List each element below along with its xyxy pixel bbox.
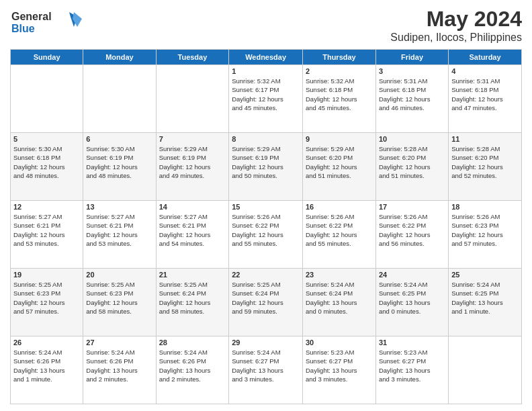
- day-info: Sunrise: 5:24 AM Sunset: 6:24 PM Dayligh…: [306, 280, 373, 316]
- calendar-cell: 31Sunrise: 5:23 AM Sunset: 6:27 PM Dayli…: [375, 336, 448, 404]
- day-info: Sunrise: 5:30 AM Sunset: 6:19 PM Dayligh…: [86, 144, 152, 180]
- day-number: 10: [379, 135, 445, 143]
- calendar-cell: 20Sunrise: 5:25 AM Sunset: 6:23 PM Dayli…: [83, 269, 156, 336]
- calendar-cell: 7Sunrise: 5:29 AM Sunset: 6:19 PM Daylig…: [156, 133, 229, 201]
- day-number: 4: [451, 67, 519, 75]
- day-info: Sunrise: 5:24 AM Sunset: 6:26 PM Dayligh…: [13, 348, 80, 383]
- calendar-cell: 27Sunrise: 5:24 AM Sunset: 6:26 PM Dayli…: [83, 336, 156, 404]
- svg-text:Blue: Blue: [11, 23, 35, 34]
- day-info: Sunrise: 5:23 AM Sunset: 6:27 PM Dayligh…: [379, 348, 445, 383]
- day-info: Sunrise: 5:28 AM Sunset: 6:20 PM Dayligh…: [451, 144, 519, 180]
- day-number: 2: [306, 67, 373, 75]
- week-row-4: 19Sunrise: 5:25 AM Sunset: 6:23 PM Dayli…: [11, 269, 522, 336]
- day-number: 26: [13, 338, 80, 347]
- svg-text:General: General: [11, 11, 52, 22]
- day-info: Sunrise: 5:26 AM Sunset: 6:23 PM Dayligh…: [451, 212, 519, 248]
- day-info: Sunrise: 5:26 AM Sunset: 6:22 PM Dayligh…: [379, 212, 445, 248]
- day-number: 17: [379, 203, 445, 211]
- day-number: 22: [232, 271, 300, 279]
- calendar-cell: 29Sunrise: 5:24 AM Sunset: 6:27 PM Dayli…: [229, 336, 303, 404]
- subtitle: Sudipen, Ilocos, Philippines: [390, 32, 522, 44]
- day-number: 20: [86, 271, 152, 279]
- day-number: 5: [13, 135, 80, 143]
- header-cell-tuesday: Tuesday: [156, 50, 229, 65]
- calendar-cell: 12Sunrise: 5:27 AM Sunset: 6:21 PM Dayli…: [11, 201, 83, 269]
- calendar-cell: 3Sunrise: 5:31 AM Sunset: 6:18 PM Daylig…: [375, 65, 448, 133]
- day-info: Sunrise: 5:31 AM Sunset: 6:18 PM Dayligh…: [451, 77, 519, 112]
- calendar-cell: 18Sunrise: 5:26 AM Sunset: 6:23 PM Dayli…: [449, 201, 522, 269]
- day-number: 27: [86, 338, 152, 347]
- day-number: 11: [451, 135, 519, 143]
- calendar-cell: 26Sunrise: 5:24 AM Sunset: 6:26 PM Dayli…: [11, 336, 83, 404]
- day-info: Sunrise: 5:24 AM Sunset: 6:27 PM Dayligh…: [232, 348, 300, 383]
- header: General Blue May 2024 Sudipen, Ilocos, P…: [10, 7, 522, 44]
- day-number: 21: [159, 271, 226, 279]
- day-number: 8: [232, 135, 300, 143]
- day-info: Sunrise: 5:28 AM Sunset: 6:20 PM Dayligh…: [379, 144, 445, 180]
- calendar-cell: 11Sunrise: 5:28 AM Sunset: 6:20 PM Dayli…: [449, 133, 522, 201]
- calendar-cell: 17Sunrise: 5:26 AM Sunset: 6:22 PM Dayli…: [375, 201, 448, 269]
- calendar-cell: 21Sunrise: 5:25 AM Sunset: 6:24 PM Dayli…: [156, 269, 229, 336]
- day-info: Sunrise: 5:25 AM Sunset: 6:24 PM Dayligh…: [159, 280, 226, 316]
- day-info: Sunrise: 5:31 AM Sunset: 6:18 PM Dayligh…: [379, 77, 445, 112]
- header-cell-monday: Monday: [83, 50, 156, 65]
- day-info: Sunrise: 5:25 AM Sunset: 6:23 PM Dayligh…: [86, 280, 152, 316]
- calendar-cell: 4Sunrise: 5:31 AM Sunset: 6:18 PM Daylig…: [449, 65, 522, 133]
- page: General Blue May 2024 Sudipen, Ilocos, P…: [0, 0, 532, 411]
- header-cell-friday: Friday: [375, 50, 448, 65]
- header-cell-sunday: Sunday: [11, 50, 83, 65]
- day-number: 7: [159, 135, 226, 143]
- day-number: 29: [232, 338, 300, 347]
- day-info: Sunrise: 5:24 AM Sunset: 6:26 PM Dayligh…: [159, 348, 226, 383]
- header-cell-saturday: Saturday: [449, 50, 522, 65]
- day-info: Sunrise: 5:23 AM Sunset: 6:27 PM Dayligh…: [306, 348, 373, 383]
- day-number: 15: [232, 203, 300, 211]
- calendar-cell: 14Sunrise: 5:27 AM Sunset: 6:21 PM Dayli…: [156, 201, 229, 269]
- header-cell-wednesday: Wednesday: [229, 50, 303, 65]
- day-number: 6: [86, 135, 152, 143]
- day-number: 31: [379, 338, 445, 347]
- week-row-3: 12Sunrise: 5:27 AM Sunset: 6:21 PM Dayli…: [11, 201, 522, 269]
- calendar-cell: 16Sunrise: 5:26 AM Sunset: 6:22 PM Dayli…: [302, 201, 375, 269]
- calendar-cell: 23Sunrise: 5:24 AM Sunset: 6:24 PM Dayli…: [302, 269, 375, 336]
- main-title: May 2024: [390, 7, 522, 32]
- day-info: Sunrise: 5:29 AM Sunset: 6:19 PM Dayligh…: [232, 144, 300, 180]
- calendar-cell: 6Sunrise: 5:30 AM Sunset: 6:19 PM Daylig…: [83, 133, 156, 201]
- logo-text: General Blue: [10, 7, 84, 40]
- day-info: Sunrise: 5:32 AM Sunset: 6:17 PM Dayligh…: [232, 77, 300, 112]
- calendar-cell: 24Sunrise: 5:24 AM Sunset: 6:25 PM Dayli…: [375, 269, 448, 336]
- calendar-cell: 13Sunrise: 5:27 AM Sunset: 6:21 PM Dayli…: [83, 201, 156, 269]
- calendar-cell: 22Sunrise: 5:25 AM Sunset: 6:24 PM Dayli…: [229, 269, 303, 336]
- day-number: 28: [159, 338, 226, 347]
- calendar-cell: 25Sunrise: 5:24 AM Sunset: 6:25 PM Dayli…: [449, 269, 522, 336]
- day-number: 13: [86, 203, 152, 211]
- day-number: 30: [306, 338, 373, 347]
- calendar-table: SundayMondayTuesdayWednesdayThursdayFrid…: [10, 49, 522, 404]
- day-number: 3: [379, 67, 445, 75]
- day-number: 19: [13, 271, 80, 279]
- day-number: 12: [13, 203, 80, 211]
- logo: General Blue: [10, 7, 84, 40]
- day-number: 24: [379, 271, 445, 279]
- day-info: Sunrise: 5:27 AM Sunset: 6:21 PM Dayligh…: [13, 212, 80, 248]
- calendar-cell: [83, 65, 156, 133]
- day-info: Sunrise: 5:30 AM Sunset: 6:18 PM Dayligh…: [13, 144, 80, 180]
- calendar-header: SundayMondayTuesdayWednesdayThursdayFrid…: [11, 50, 522, 65]
- day-number: 18: [451, 203, 519, 211]
- calendar-cell: 8Sunrise: 5:29 AM Sunset: 6:19 PM Daylig…: [229, 133, 303, 201]
- day-info: Sunrise: 5:26 AM Sunset: 6:22 PM Dayligh…: [232, 212, 300, 248]
- day-info: Sunrise: 5:24 AM Sunset: 6:25 PM Dayligh…: [451, 280, 519, 316]
- header-row: SundayMondayTuesdayWednesdayThursdayFrid…: [11, 50, 522, 65]
- day-info: Sunrise: 5:24 AM Sunset: 6:26 PM Dayligh…: [86, 348, 152, 383]
- calendar-cell: 28Sunrise: 5:24 AM Sunset: 6:26 PM Dayli…: [156, 336, 229, 404]
- calendar-cell: [449, 336, 522, 404]
- calendar-cell: 10Sunrise: 5:28 AM Sunset: 6:20 PM Dayli…: [375, 133, 448, 201]
- day-info: Sunrise: 5:29 AM Sunset: 6:20 PM Dayligh…: [306, 144, 373, 180]
- calendar-cell: 19Sunrise: 5:25 AM Sunset: 6:23 PM Dayli…: [11, 269, 83, 336]
- day-number: 16: [306, 203, 373, 211]
- day-info: Sunrise: 5:29 AM Sunset: 6:19 PM Dayligh…: [159, 144, 226, 180]
- calendar-cell: 2Sunrise: 5:32 AM Sunset: 6:18 PM Daylig…: [302, 65, 375, 133]
- header-cell-thursday: Thursday: [302, 50, 375, 65]
- day-info: Sunrise: 5:32 AM Sunset: 6:18 PM Dayligh…: [306, 77, 373, 112]
- title-block: May 2024 Sudipen, Ilocos, Philippines: [390, 7, 522, 44]
